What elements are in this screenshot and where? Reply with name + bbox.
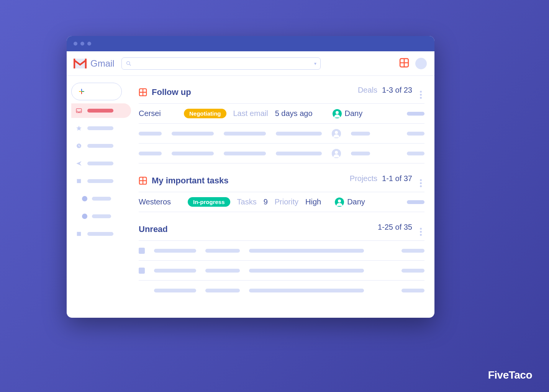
tasks-value: 9 (264, 198, 268, 206)
deal-row[interactable]: Cersei Negotiating Last email 5 days ago… (139, 104, 424, 124)
email-row[interactable] (139, 261, 424, 281)
svg-point-29 (338, 199, 341, 203)
sidebar-item-label-1[interactable] (71, 174, 131, 188)
gmail-logo: Gmail (74, 58, 115, 69)
app-grid-icon[interactable] (399, 58, 409, 69)
square-icon (75, 230, 83, 238)
svg-line-4 (129, 64, 131, 65)
window-dot-zoom[interactable] (87, 42, 91, 46)
user-avatar[interactable] (415, 58, 427, 69)
date-placeholder (402, 249, 424, 253)
svg-rect-2 (85, 59, 87, 69)
avatar-placeholder (332, 149, 341, 158)
svg-rect-0 (74, 59, 87, 69)
svg-point-20 (336, 111, 339, 114)
window-titlebar (67, 36, 434, 51)
sidebar-item-starred[interactable] (71, 121, 131, 136)
app-window: Gmail ▾ (67, 36, 434, 318)
section-menu-button[interactable] (417, 179, 424, 187)
deal-row-placeholder[interactable] (139, 124, 424, 144)
sender-placeholder (154, 269, 196, 273)
send-icon (75, 160, 83, 167)
search-box[interactable]: ▾ (121, 57, 321, 70)
sidebar-item-label (87, 144, 113, 148)
meta-label: Last email (233, 109, 268, 118)
window-dot-minimize[interactable] (80, 42, 84, 46)
status-chip: Negotiating (184, 109, 226, 118)
star-icon (75, 124, 83, 132)
gmail-icon (74, 59, 87, 69)
section-menu-button[interactable] (417, 91, 424, 99)
row-placeholder (407, 200, 424, 204)
main-content: Follow up Deals 1-3 of 23 Cersei Negotia… (131, 76, 434, 318)
checkbox-icon[interactable] (139, 248, 145, 254)
section-title: My important tasks (152, 176, 229, 186)
sender-placeholder (154, 249, 196, 253)
tasks-label: Tasks (237, 198, 257, 206)
row-placeholder (407, 112, 424, 116)
sidebar-item-snoozed[interactable] (71, 139, 131, 153)
meta-value: 5 days ago (275, 109, 313, 118)
email-row[interactable] (139, 241, 424, 261)
sidebar-item-label (87, 162, 113, 165)
dot-icon (82, 214, 87, 219)
section-unread: Unread 1-25 of 35 (139, 220, 424, 301)
section-icon (139, 88, 147, 96)
checkbox-icon[interactable] (139, 287, 145, 294)
compose-button[interactable] (71, 83, 122, 100)
app-name: Gmail (90, 58, 115, 69)
section-title: Unread (139, 224, 168, 234)
sidebar-subitem-1[interactable] (71, 191, 131, 206)
priority-label: Priority (275, 198, 298, 206)
svg-point-3 (126, 61, 129, 64)
section-menu-button[interactable] (417, 228, 424, 236)
sidebar-subitem-2[interactable] (71, 209, 131, 224)
date-placeholder (402, 289, 424, 292)
assignee: Dany (333, 109, 363, 118)
window-dot-close[interactable] (74, 42, 77, 46)
watermark: FiveTaco (488, 369, 532, 381)
email-row[interactable] (139, 281, 424, 301)
section-range: 1-1 of 37 (382, 174, 412, 183)
topbar: Gmail ▾ (67, 51, 434, 76)
sidebar (67, 76, 131, 318)
svg-point-24 (335, 151, 338, 154)
svg-rect-1 (74, 59, 75, 69)
section-title: Follow up (152, 87, 191, 97)
section-tasks: My important tasks Projects 1-1 of 37 We… (139, 172, 424, 212)
project-name: Westeros (139, 198, 181, 206)
subject-placeholder (205, 289, 240, 292)
assignee-name: Dany (345, 109, 363, 118)
section-range: 1-25 of 35 (378, 223, 412, 232)
date-placeholder (402, 269, 424, 273)
status-chip: In-progress (188, 197, 230, 207)
section-type-label: Projects (350, 174, 377, 183)
search-input[interactable] (135, 60, 311, 67)
checkbox-icon[interactable] (139, 268, 145, 274)
dot-icon (82, 196, 87, 201)
sidebar-item-label (87, 109, 113, 113)
section-icon (139, 176, 147, 185)
subject-placeholder (205, 269, 240, 273)
sidebar-item-sent[interactable] (71, 156, 131, 171)
assignee: Dany (335, 198, 365, 207)
plus-icon (78, 88, 85, 95)
assignee-avatar-icon (335, 198, 344, 207)
svg-point-22 (335, 131, 338, 134)
deal-name: Cersei (139, 109, 177, 118)
section-range: 1-3 of 23 (382, 86, 412, 95)
sender-placeholder (154, 289, 196, 292)
subject-placeholder (205, 249, 240, 253)
sidebar-item-label-2[interactable] (71, 227, 131, 241)
sidebar-item-label (92, 214, 111, 218)
priority-value: High (305, 198, 321, 206)
snippet-placeholder (249, 249, 364, 253)
section-follow-up: Follow up Deals 1-3 of 23 Cersei Negotia… (139, 83, 424, 163)
square-icon (75, 177, 83, 185)
search-icon (126, 60, 132, 67)
deal-row-placeholder[interactable] (139, 144, 424, 163)
search-dropdown-caret[interactable]: ▾ (314, 61, 316, 66)
project-row[interactable]: Westeros In-progress Tasks 9 Priority Hi… (139, 192, 424, 212)
inbox-icon (75, 107, 83, 114)
sidebar-item-inbox[interactable] (71, 103, 131, 118)
